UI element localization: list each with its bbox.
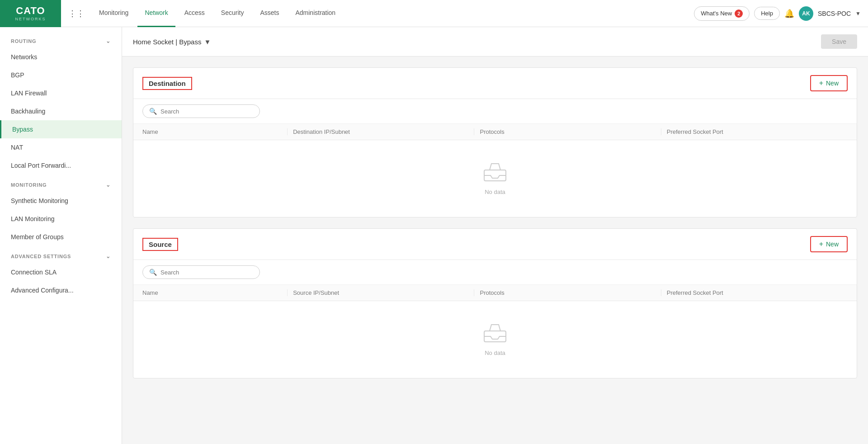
sidebar-item-lan-monitoring[interactable]: LAN Monitoring [0,210,122,228]
destination-search-input-wrap[interactable]: 🔍 [142,104,260,118]
content-area: Home Socket | Bypass ▼ Save Destination … [122,27,868,444]
whats-new-button[interactable]: What's New 2 [694,6,750,21]
sidebar-section-monitoring[interactable]: MONITORING ⌄ [0,178,122,192]
source-section-card: Source + New 🔍 Name Source IP/Subnet Pro [133,228,857,378]
nav-items: Monitoring Network Access Security Asset… [92,0,694,27]
sidebar-item-backhauling[interactable]: Backhauling [0,102,122,120]
destination-empty-text: No data [485,189,505,195]
source-search-input[interactable] [160,269,253,276]
nav-assets[interactable]: Assets [253,0,286,27]
source-col-port: Preferred Socket Port [661,289,848,296]
chevron-down-icon: ⌄ [106,182,111,188]
help-button[interactable]: Help [754,7,780,20]
destination-search-row: 🔍 [133,99,857,124]
search-icon: 🔍 [149,108,157,115]
nav-network[interactable]: Network [137,0,175,27]
sidebar-item-synthetic-monitoring[interactable]: Synthetic Monitoring [0,192,122,210]
content-body: Destination + New 🔍 Name Destination IP/… [122,57,868,400]
breadcrumb-dropdown-icon[interactable]: ▼ [204,38,211,46]
source-table-header: Name Source IP/Subnet Protocols Preferre… [133,285,857,301]
sidebar-section-advanced-settings[interactable]: ADVANCED SETTINGS ⌄ [0,250,122,263]
sidebar-item-bgp[interactable]: BGP [0,66,122,84]
sidebar: ROUTING ⌄ Networks BGP LAN Firewall Back… [0,27,122,444]
logo[interactable]: CATO NETWORKS [0,0,61,27]
destination-section-header: Destination + New [133,68,857,99]
logo-text: CATO [16,6,45,16]
sidebar-item-connection-sla[interactable]: Connection SLA [0,263,122,281]
destination-section-title: Destination [142,77,192,90]
nav-access[interactable]: Access [177,0,212,27]
destination-col-port: Preferred Socket Port [661,128,848,135]
grid-icon[interactable]: ⋮⋮ [68,9,85,19]
source-search-input-wrap[interactable]: 🔍 [142,265,260,279]
whats-new-badge: 2 [735,9,743,18]
destination-table-header: Name Destination IP/Subnet Protocols Pre… [133,124,857,140]
source-new-label: New [826,241,839,248]
account-name[interactable]: SBCS-POC [818,10,851,17]
sidebar-item-local-port-forwarding[interactable]: Local Port Forwardi... [0,156,122,175]
plus-icon: + [819,79,823,87]
content-header: Home Socket | Bypass ▼ Save [122,27,868,57]
main-layout: ROUTING ⌄ Networks BGP LAN Firewall Back… [0,27,868,444]
source-col-ip: Source IP/Subnet [287,289,474,296]
source-col-protocols: Protocols [474,289,660,296]
logo-subtext: NETWORKS [15,17,46,21]
chevron-down-icon: ⌄ [106,253,111,260]
sidebar-item-networks[interactable]: Networks [0,48,122,66]
nav-administration[interactable]: Administration [288,0,343,27]
save-button[interactable]: Save [821,34,857,49]
destination-section-card: Destination + New 🔍 Name Destination IP/… [133,67,857,217]
account-dropdown-icon[interactable]: ▼ [855,10,861,17]
destination-col-name: Name [142,128,287,135]
nav-right: What's New 2 Help 🔔 AK SBCS-POC ▼ [694,6,861,21]
sidebar-item-member-of-groups[interactable]: Member of Groups [0,228,122,246]
source-empty-state: No data [133,301,857,378]
sidebar-section-routing[interactable]: ROUTING ⌄ [0,34,122,48]
no-data-icon [483,323,507,344]
source-search-row: 🔍 [133,260,857,285]
sidebar-item-lan-firewall[interactable]: LAN Firewall [0,84,122,102]
search-icon: 🔍 [149,269,157,276]
bell-icon[interactable]: 🔔 [784,9,794,19]
breadcrumb-text: Home Socket | Bypass [133,38,201,46]
source-section-title: Source [142,238,178,251]
destination-col-ip: Destination IP/Subnet [287,128,474,135]
source-empty-text: No data [485,350,505,356]
sidebar-item-bypass[interactable]: Bypass [0,120,122,138]
breadcrumb: Home Socket | Bypass ▼ [133,38,211,46]
whats-new-label: What's New [701,10,732,17]
chevron-down-icon: ⌄ [106,38,111,44]
sidebar-item-advanced-configuration[interactable]: Advanced Configura... [0,281,122,299]
destination-new-button[interactable]: + New [810,75,848,91]
plus-icon: + [819,240,823,248]
top-navigation: CATO NETWORKS ⋮⋮ Monitoring Network Acce… [0,0,868,27]
source-col-name: Name [142,289,287,296]
source-new-button[interactable]: + New [810,236,848,252]
no-data-icon [483,162,507,183]
destination-search-input[interactable] [160,108,253,115]
nav-monitoring[interactable]: Monitoring [92,0,136,27]
source-section-header: Source + New [133,229,857,260]
sidebar-item-nat[interactable]: NAT [0,138,122,156]
destination-col-protocols: Protocols [474,128,660,135]
destination-empty-state: No data [133,140,857,217]
nav-security[interactable]: Security [214,0,251,27]
avatar[interactable]: AK [799,6,813,21]
destination-new-label: New [826,80,839,87]
